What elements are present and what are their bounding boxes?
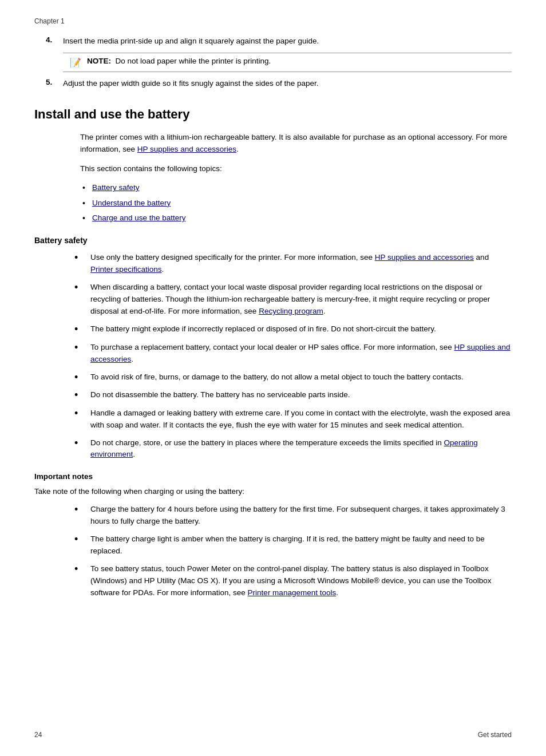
charge-battery-link[interactable]: Charge and use the battery [92, 212, 186, 224]
battery-bullet-3-text: The battery might explode if incorrectly… [90, 323, 512, 335]
bullet-icon-8: • [74, 437, 86, 450]
important-bullet-1: • Charge the battery for 4 hours before … [80, 504, 512, 528]
battery-bullet-7-text: Handle a damaged or leaking battery with… [90, 407, 512, 432]
page-content: Chapter 1 4. Insert the media print-side… [0, 0, 546, 756]
step-5: 5. Adjust the paper width guide so it fi… [34, 78, 512, 89]
chapter-header: Chapter 1 [34, 17, 512, 25]
bullet-icon-7: • [74, 407, 86, 420]
important-bullet-3-text: To see battery status, touch Power Meter… [90, 563, 512, 599]
understand-battery-link[interactable]: Understand the battery [92, 197, 171, 209]
step-4: 4. Insert the media print-side up and al… [34, 35, 512, 47]
important-bullet-2-text: The battery charge light is amber when t… [90, 533, 512, 557]
battery-bullet-6: • Do not disassemble the battery. The ba… [80, 389, 512, 402]
step-4-number: 4. [46, 35, 63, 47]
topic-item-battery-safety: Battery safety [80, 181, 512, 194]
intro1-end: . [236, 145, 239, 153]
note-icon: 📝 [70, 57, 81, 68]
battery-bullet-8: • Do not charge, store, or use the batte… [80, 437, 512, 461]
battery-bullet-6-text: Do not disassemble the battery. The batt… [90, 389, 512, 401]
battery-bullet-1: • Use only the battery designed specific… [80, 252, 512, 276]
battery-bullet-5: • To avoid risk of fire, burns, or damag… [80, 371, 512, 384]
battery-safety-title: Battery safety [34, 236, 512, 245]
hp-supplies-link-2[interactable]: HP supplies and accessories [375, 253, 474, 262]
battery-bullet-7: • Handle a damaged or leaking battery wi… [80, 407, 512, 432]
note-label: NOTE: [87, 57, 111, 65]
note-content: NOTE: Do not load paper while the printe… [87, 57, 271, 65]
section-intro-1: The printer comes with a lithium-ion rec… [80, 131, 512, 156]
battery-bullet-1-text: Use only the battery designed specifical… [90, 252, 512, 276]
battery-bullet-5-text: To avoid risk of fire, burns, or damage … [90, 371, 512, 383]
important-bullet-2: • The battery charge light is amber when… [80, 533, 512, 557]
chapter-label: Chapter 1 [34, 17, 65, 25]
section-intro-2: This section contains the following topi… [80, 163, 512, 175]
battery-bullet-3: • The battery might explode if incorrect… [80, 323, 512, 336]
section-title: Install and use the battery [34, 107, 512, 122]
imp-bullet-icon-2: • [74, 533, 86, 546]
note-text: Do not load paper while the printer is p… [116, 57, 271, 65]
battery-bullet-2: • When discarding a battery, contact you… [80, 282, 512, 318]
bullet-icon-5: • [74, 371, 86, 384]
operating-environment-link[interactable]: Operating environment [90, 438, 478, 459]
bullet-icon-1: • [74, 252, 86, 264]
topic-item-understand-battery: Understand the battery [80, 197, 512, 209]
battery-bullet-4-text: To purchase a replacement battery, conta… [90, 342, 512, 366]
battery-bullet-4: • To purchase a replacement battery, con… [80, 342, 512, 366]
important-bullet-1-text: Charge the battery for 4 hours before us… [90, 504, 512, 528]
bullet-icon-3: • [74, 323, 86, 336]
bullet-icon-6: • [74, 389, 86, 402]
topics-list: Battery safety Understand the battery Ch… [80, 181, 512, 224]
page-label: Get started [478, 731, 512, 739]
step-5-number: 5. [46, 78, 63, 89]
hp-supplies-link-3[interactable]: HP supplies and accessories [90, 343, 511, 363]
page-footer: 24 Get started [34, 731, 512, 739]
battery-bullet-2-text: When discarding a battery, contact your … [90, 282, 512, 318]
bullet-icon-4: • [74, 342, 86, 354]
printer-specs-link[interactable]: Printer specifications [90, 265, 162, 274]
hp-supplies-link-1[interactable]: HP supplies and accessories [137, 145, 236, 153]
step-5-text: Adjust the paper width guide so it fits … [63, 78, 512, 89]
step-4-text: Insert the media print-side up and align… [63, 35, 512, 47]
battery-safety-list: • Use only the battery designed specific… [80, 252, 512, 461]
important-notes-list: • Charge the battery for 4 hours before … [80, 504, 512, 599]
bullet-icon-2: • [74, 282, 86, 294]
printer-management-tools-link[interactable]: Printer management tools [248, 588, 337, 597]
page-number: 24 [34, 731, 42, 739]
topic-item-charge-battery: Charge and use the battery [80, 212, 512, 224]
note-box: 📝 NOTE: Do not load paper while the prin… [63, 53, 512, 72]
imp-bullet-icon-3: • [74, 563, 86, 576]
important-bullet-3: • To see battery status, touch Power Met… [80, 563, 512, 599]
battery-bullet-8-text: Do not charge, store, or use the battery… [90, 437, 512, 461]
battery-safety-link[interactable]: Battery safety [92, 181, 140, 194]
important-notes-title: Important notes [34, 472, 512, 481]
recycling-program-link[interactable]: Recycling program [259, 307, 323, 315]
imp-bullet-icon-1: • [74, 504, 86, 516]
important-notes-intro: Take note of the following when charging… [34, 485, 512, 498]
